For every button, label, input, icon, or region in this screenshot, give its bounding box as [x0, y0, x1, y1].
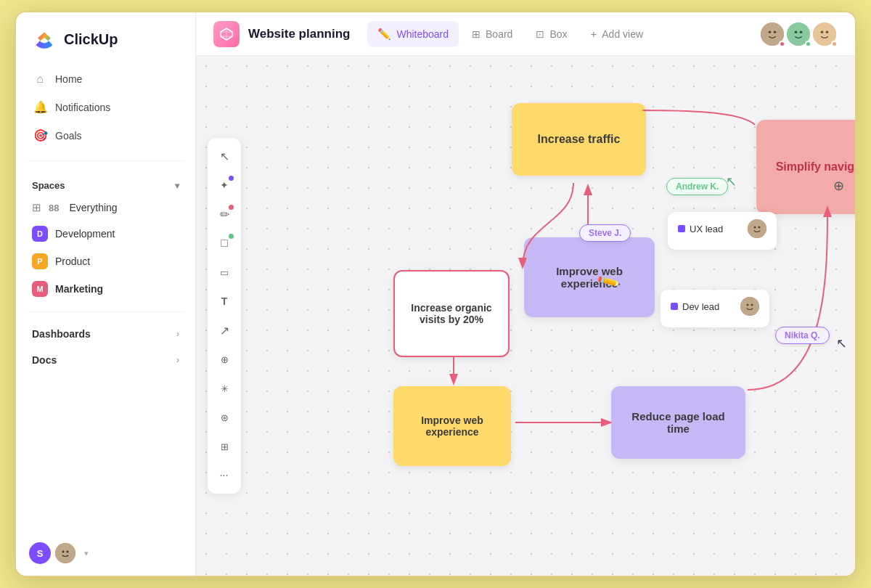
pencil-dot [229, 205, 234, 210]
sticky-increase-traffic[interactable]: Increase traffic [512, 103, 646, 176]
ux-avatar-face [748, 219, 766, 238]
svg-point-15 [758, 226, 761, 229]
improve-web-purple-text: Improve web experience [534, 265, 645, 290]
increase-traffic-text: Increase traffic [538, 133, 621, 146]
tool-pencil[interactable]: ✏ [212, 202, 237, 226]
sidebar-goals-label: Goals [55, 130, 82, 142]
paint-icon: ✦ [220, 179, 229, 191]
avatar-wrap-2 [785, 21, 811, 47]
divider-1 [28, 160, 184, 161]
sticky-increase-organic[interactable]: Increase organic visits by 20% [393, 270, 510, 357]
grid-icon: ⊞ [32, 201, 41, 214]
dev-avatar-face [740, 297, 759, 316]
dashboards-chevron-icon: › [176, 329, 179, 339]
goals-icon: 🎯 [33, 128, 46, 142]
topbar-title: Website planning [248, 27, 350, 41]
sticky-improve-web-yellow[interactable]: Improve web experience [393, 386, 511, 466]
ux-lead-row: UX lead [678, 219, 766, 238]
status-dot-2 [805, 41, 811, 47]
user-menu-chevron-icon[interactable]: ▾ [84, 549, 89, 558]
spaces-label: Spaces [32, 180, 65, 191]
avatar-wrap-3 [811, 21, 838, 47]
sidebar-item-product[interactable]: P Product [16, 248, 195, 275]
product-badge: P [32, 253, 48, 269]
reduce-page-load-text: Reduce page load time [621, 410, 735, 435]
svg-point-13 [748, 219, 766, 238]
sticky-simplify-nav[interactable]: Simplify navigation [756, 120, 855, 214]
tool-image[interactable]: ⊞ [212, 434, 237, 459]
badge-nikita-q[interactable]: Nikita Q. [775, 327, 830, 344]
tool-star[interactable]: ✳ [212, 376, 237, 401]
docs-chevron-icon: › [176, 355, 179, 365]
status-dot-1 [779, 41, 785, 47]
sidebar-item-goals[interactable]: 🎯 Goals [25, 122, 187, 149]
tool-note[interactable]: ▭ [212, 260, 237, 285]
tab-board[interactable]: ⊞ Board [462, 21, 523, 47]
globe-icon: ⊛ [221, 412, 229, 423]
tool-paint[interactable]: ✦ [212, 173, 237, 197]
sticky-improve-web-purple[interactable]: Improve web experience [524, 237, 655, 317]
docs-label: Docs [32, 354, 57, 366]
svg-point-17 [747, 304, 749, 306]
whiteboard-tab-label: Whiteboard [396, 28, 449, 40]
sidebar: ClickUp ⌂ Home 🔔 Notifications 🎯 Goals S… [16, 12, 196, 576]
everything-count: 88 [49, 203, 59, 213]
user-avatar-group[interactable]: S [29, 542, 75, 564]
cursor-green: ↖ [726, 173, 737, 189]
task-card-ux-lead[interactable]: UX lead [668, 212, 777, 250]
app-container: ClickUp ⌂ Home 🔔 Notifications 🎯 Goals S… [15, 11, 856, 577]
sidebar-nav: ⌂ Home 🔔 Notifications 🎯 Goals [16, 63, 195, 152]
tool-arrow[interactable]: ↗ [212, 318, 237, 343]
board-tab-label: Board [486, 28, 512, 40]
ux-lead-avatar [748, 219, 766, 238]
svg-point-8 [800, 30, 803, 33]
task-card-dev-lead[interactable]: Dev lead [661, 290, 769, 327]
star-icon: ✳ [221, 383, 229, 394]
topbar-project-icon [213, 21, 240, 47]
box-tab-label: Box [549, 28, 567, 40]
badge-steve-j[interactable]: Steve J. [579, 224, 631, 242]
image-icon: ⊞ [221, 441, 229, 452]
sidebar-item-marketing[interactable]: M Marketing [16, 275, 195, 303]
sidebar-dashboards[interactable]: Dashboards › [16, 321, 195, 347]
sidebar-docs[interactable]: Docs › [16, 347, 195, 373]
ux-lead-dot [678, 225, 685, 232]
tool-connect[interactable]: ⊕ [212, 347, 237, 372]
arrow-tool-icon: ↗ [220, 324, 229, 338]
development-badge: D [32, 226, 48, 242]
svg-point-16 [740, 297, 759, 316]
tool-more[interactable]: ··· [212, 463, 237, 488]
sidebar-item-development[interactable]: D Development [16, 220, 195, 248]
marketing-label: Marketing [55, 283, 103, 295]
tool-globe[interactable]: ⊛ [212, 405, 237, 430]
cube-icon [219, 27, 234, 41]
tab-box[interactable]: ⊡ Box [526, 21, 577, 47]
move-icon: ⊕ [833, 178, 844, 194]
sidebar-item-notifications[interactable]: 🔔 Notifications [25, 94, 187, 121]
user-face-icon [55, 543, 75, 563]
sidebar-item-everything[interactable]: ⊞ 88 Everything [16, 195, 195, 220]
bell-icon: 🔔 [33, 100, 46, 114]
spaces-header[interactable]: Spaces ▾ [16, 170, 195, 195]
sticky-reduce-page-load[interactable]: Reduce page load time [611, 386, 745, 459]
tool-text[interactable]: T [212, 289, 237, 314]
dashboards-label: Dashboards [32, 328, 91, 340]
whiteboard-canvas[interactable]: ↖ ✦ ✏ □ ▭ T [196, 56, 855, 576]
pencil-tool-icon: ✏ [220, 208, 229, 221]
status-dot-3 [831, 41, 838, 47]
tab-add-view[interactable]: + Add view [581, 21, 654, 47]
tool-select[interactable]: ↖ [212, 144, 237, 168]
svg-point-7 [795, 30, 798, 33]
logo[interactable]: ClickUp [16, 12, 195, 63]
sidebar-notifications-label: Notifications [55, 102, 110, 113]
tool-rect[interactable]: □ [212, 231, 237, 256]
paint-dot [229, 176, 234, 181]
more-icon: ··· [220, 472, 228, 480]
user-avatar-s: S [29, 542, 51, 564]
ux-lead-label: UX lead [690, 224, 723, 234]
divider-2 [28, 311, 184, 312]
rect-dot [229, 234, 234, 239]
sidebar-item-home[interactable]: ⌂ Home [25, 66, 187, 92]
tab-whiteboard[interactable]: ✏️ Whiteboard [367, 21, 459, 47]
badge-andrew-k[interactable]: Andrew K. [666, 178, 728, 195]
